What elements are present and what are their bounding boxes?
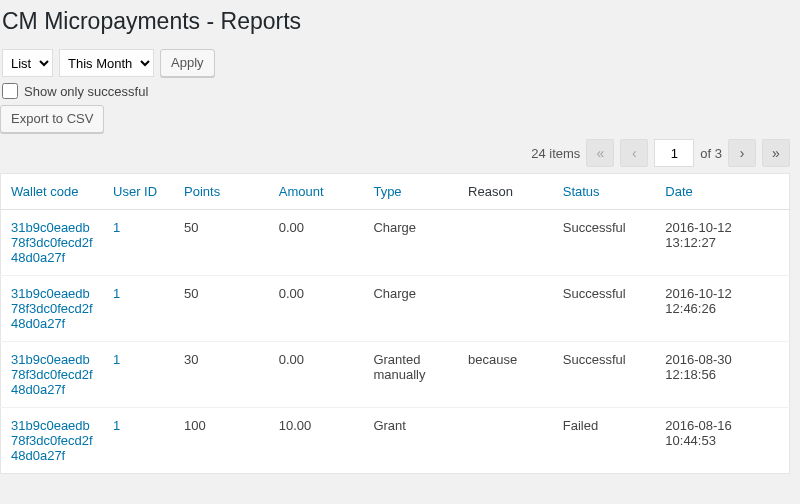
last-page-button[interactable]: »	[762, 139, 790, 167]
cell-type: Granted manually	[363, 342, 458, 408]
cell-amount: 0.00	[269, 210, 364, 276]
wallet-link[interactable]: 31b9c0eaedb78f3dc0fecd2f48d0a27f	[11, 418, 93, 463]
cell-status: Failed	[553, 408, 656, 474]
cell-type: Grant	[363, 408, 458, 474]
cell-reason	[458, 408, 553, 474]
show-successful-label: Show only successful	[24, 84, 148, 99]
col-type[interactable]: Type	[363, 174, 458, 210]
cell-points: 30	[174, 342, 269, 408]
user-link[interactable]: 1	[113, 220, 120, 235]
prev-page-button: ‹	[620, 139, 648, 167]
cell-reason: because	[458, 342, 553, 408]
page-total-label: of 3	[700, 146, 722, 161]
user-link[interactable]: 1	[113, 352, 120, 367]
col-user[interactable]: User ID	[103, 174, 174, 210]
col-date[interactable]: Date	[655, 174, 789, 210]
cell-date: 2016-08-30 12:18:56	[655, 342, 789, 408]
wallet-link[interactable]: 31b9c0eaedb78f3dc0fecd2f48d0a27f	[11, 352, 93, 397]
show-successful-checkbox[interactable]	[2, 83, 18, 99]
cell-amount: 0.00	[269, 342, 364, 408]
items-count: 24 items	[531, 146, 580, 161]
user-link[interactable]: 1	[113, 418, 120, 433]
view-select[interactable]: List	[2, 49, 53, 77]
cell-amount: 10.00	[269, 408, 364, 474]
reports-table: Wallet code User ID Points Amount Type R…	[0, 173, 790, 474]
next-page-button[interactable]: ›	[728, 139, 756, 167]
range-select[interactable]: This Month	[59, 49, 154, 77]
col-reason: Reason	[458, 174, 553, 210]
current-page-input[interactable]	[654, 139, 694, 167]
col-wallet[interactable]: Wallet code	[1, 174, 104, 210]
cell-reason	[458, 276, 553, 342]
cell-reason	[458, 210, 553, 276]
cell-type: Charge	[363, 276, 458, 342]
wallet-link[interactable]: 31b9c0eaedb78f3dc0fecd2f48d0a27f	[11, 286, 93, 331]
first-page-button: «	[586, 139, 614, 167]
cell-date: 2016-10-12 12:46:26	[655, 276, 789, 342]
cell-points: 50	[174, 276, 269, 342]
col-points[interactable]: Points	[174, 174, 269, 210]
col-amount[interactable]: Amount	[269, 174, 364, 210]
cell-status: Successful	[553, 342, 656, 408]
page-title: CM Micropayments - Reports	[2, 8, 790, 35]
cell-points: 100	[174, 408, 269, 474]
cell-points: 50	[174, 210, 269, 276]
table-row: 31b9c0eaedb78f3dc0fecd2f48d0a27f1500.00C…	[1, 210, 790, 276]
user-link[interactable]: 1	[113, 286, 120, 301]
cell-date: 2016-10-12 13:12:27	[655, 210, 789, 276]
cell-amount: 0.00	[269, 276, 364, 342]
table-row: 31b9c0eaedb78f3dc0fecd2f48d0a27f1300.00G…	[1, 342, 790, 408]
wallet-link[interactable]: 31b9c0eaedb78f3dc0fecd2f48d0a27f	[11, 220, 93, 265]
apply-button[interactable]: Apply	[160, 49, 215, 77]
pagination-bar: 24 items « ‹ of 3 › »	[0, 133, 790, 173]
cell-status: Successful	[553, 276, 656, 342]
col-status[interactable]: Status	[553, 174, 656, 210]
cell-type: Charge	[363, 210, 458, 276]
table-row: 31b9c0eaedb78f3dc0fecd2f48d0a27f110010.0…	[1, 408, 790, 474]
table-row: 31b9c0eaedb78f3dc0fecd2f48d0a27f1500.00C…	[1, 276, 790, 342]
export-csv-button[interactable]: Export to CSV	[0, 105, 104, 133]
cell-status: Successful	[553, 210, 656, 276]
filter-bar: List This Month Apply	[0, 49, 790, 77]
cell-date: 2016-08-16 10:44:53	[655, 408, 789, 474]
